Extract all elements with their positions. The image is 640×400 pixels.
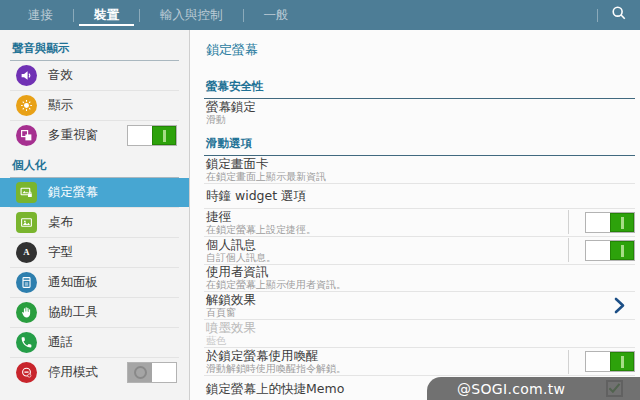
svg-text:A: A xyxy=(23,247,30,257)
tab-connections[interactable]: 連接 xyxy=(8,0,73,30)
tab-general[interactable]: 一般 xyxy=(244,0,309,30)
sidebar-item-label: 字型 xyxy=(48,244,73,261)
row-unlock-effect[interactable]: 解鎖效果百頁窗 xyxy=(204,292,635,319)
row-title: 噴墨效果 xyxy=(206,320,635,335)
row-personal-message-toggle[interactable] xyxy=(585,240,635,261)
sidebar-item-blocking-mode-toggle[interactable] xyxy=(127,362,177,383)
font-icon: A xyxy=(16,242,37,263)
row-texts: 解鎖效果百頁窗 xyxy=(204,292,614,319)
watermark-badge: @SOGI.com.tw xyxy=(427,377,640,400)
row-title: 鎖定畫面卡 xyxy=(206,156,635,171)
settings-window: 連接裝置輸入與控制一般 聲音與顯示音效顯示多重視窗個人化鎖定螢幕桌布A字型通知面… xyxy=(0,0,640,400)
row-ink-effect: 噴墨效果藍色 xyxy=(204,320,635,347)
sidebar-item-multi-window-toggle[interactable] xyxy=(127,125,177,146)
row-title: 於鎖定螢幕使用喚醒 xyxy=(206,348,568,363)
row-subtitle: 在鎖定畫面上顯示最新資訊 xyxy=(206,171,635,183)
row-texts: 於鎖定螢幕使用喚醒滑動解鎖時使用喚醒指令解鎖。 xyxy=(204,348,568,375)
sidebar-item-notification[interactable]: 通知面板 xyxy=(0,268,189,297)
settings-sidebar: 聲音與顯示音效顯示多重視窗個人化鎖定螢幕桌布A字型通知面板協助工具通話停用模式 xyxy=(0,30,190,400)
toggle-divider xyxy=(568,350,569,374)
section-header: 螢幕安全性 xyxy=(204,75,635,99)
sidebar-item-wallpaper[interactable]: 桌布 xyxy=(0,208,189,237)
settings-detail-panel: 鎖定螢幕 螢幕安全性螢幕鎖定滑動滑動選項鎖定畫面卡在鎖定畫面上顯示最新資訊時鐘 … xyxy=(190,30,640,400)
sidebar-item-blocking-mode[interactable]: 停用模式 xyxy=(0,358,189,387)
chevron-right-icon xyxy=(614,297,625,314)
row-shortcuts-toggle[interactable] xyxy=(585,212,635,233)
search-area xyxy=(597,0,640,30)
sidebar-item-accessibility[interactable]: 協助工具 xyxy=(0,298,189,327)
row-clock-widget-options[interactable]: 時鐘 widget 選項 xyxy=(204,184,635,208)
search-button[interactable] xyxy=(598,0,640,30)
wallpaper-icon xyxy=(16,212,37,233)
tab-label: 一般 xyxy=(264,7,289,24)
row-subtitle: 自訂個人訊息。 xyxy=(206,252,568,264)
row-title: 捷徑 xyxy=(206,209,568,224)
watermark-text: @SOGI.com.tw xyxy=(457,381,565,397)
row-personal-message[interactable]: 個人訊息自訂個人訊息。 xyxy=(204,237,635,264)
row-texts: 噴墨效果藍色 xyxy=(204,320,635,347)
row-title: 螢幕鎖定 xyxy=(206,99,635,114)
toggle-off-half xyxy=(128,126,152,145)
toggle-on-half xyxy=(610,241,634,260)
toggle-off-half xyxy=(586,352,610,371)
search-icon xyxy=(611,5,627,25)
sidebar-item-display[interactable]: 顯示 xyxy=(0,91,189,120)
blocking-mode-icon xyxy=(16,362,37,383)
row-title: 使用者資訊 xyxy=(206,264,635,279)
sidebar-item-label: 鎖定螢幕 xyxy=(48,184,98,201)
row-title: 解鎖效果 xyxy=(206,292,614,307)
notification-panel-icon xyxy=(16,272,37,293)
toggle-divider xyxy=(568,210,569,234)
row-subtitle: 在鎖定螢幕上顯示使用者資訊。 xyxy=(206,279,635,291)
row-wake-up-lock-screen-toggle[interactable] xyxy=(585,351,635,372)
page-title: 鎖定螢幕 xyxy=(204,34,635,69)
sidebar-item-call[interactable]: 通話 xyxy=(0,328,189,357)
sidebar-item-lock-screen[interactable]: 鎖定螢幕 xyxy=(0,178,189,207)
toggle-off-half xyxy=(586,213,610,232)
tab-device[interactable]: 裝置 xyxy=(74,0,139,30)
row-subtitle: 百頁窗 xyxy=(206,307,614,319)
sidebar-item-multi-window[interactable]: 多重視窗 xyxy=(0,121,189,150)
tab-label: 輸入與控制 xyxy=(160,7,223,24)
row-texts: 使用者資訊在鎖定螢幕上顯示使用者資訊。 xyxy=(204,264,635,291)
toggle-divider xyxy=(568,238,569,262)
sidebar-section-header: 個人化 xyxy=(10,155,179,178)
toggle-on-half xyxy=(152,126,176,145)
sidebar-item-font[interactable]: A字型 xyxy=(0,238,189,267)
tab-label: 裝置 xyxy=(94,7,119,24)
row-title: 個人訊息 xyxy=(206,237,568,252)
tab-input-control[interactable]: 輸入與控制 xyxy=(140,0,243,30)
lock-screen-icon xyxy=(16,182,37,203)
row-subtitle: 在鎖定螢幕上設定捷徑。 xyxy=(206,224,568,236)
main-area: 聲音與顯示音效顯示多重視窗個人化鎖定螢幕桌布A字型通知面板協助工具通話停用模式 … xyxy=(0,30,640,400)
row-texts: 捷徑在鎖定螢幕上設定捷徑。 xyxy=(204,209,568,236)
row-subtitle: 藍色 xyxy=(206,335,635,347)
row-lock-screen-card[interactable]: 鎖定畫面卡在鎖定畫面上顯示最新資訊 xyxy=(204,156,635,183)
sidebar-item-label: 通話 xyxy=(48,334,73,351)
sidebar-item-label: 音效 xyxy=(48,67,73,84)
row-wake-up-lock-screen[interactable]: 於鎖定螢幕使用喚醒滑動解鎖時使用喚醒指令解鎖。 xyxy=(204,348,635,375)
speaker-icon xyxy=(16,65,37,86)
top-tab-bar: 連接裝置輸入與控制一般 xyxy=(0,0,640,30)
sidebar-section-header: 聲音與顯示 xyxy=(10,38,179,61)
toggle-on-half xyxy=(610,213,634,232)
accessibility-icon xyxy=(16,302,37,323)
row-screen-lock[interactable]: 螢幕鎖定滑動 xyxy=(204,99,635,126)
row-subtitle: 滑動解鎖時使用喚醒指令解鎖。 xyxy=(206,363,568,375)
brightness-icon xyxy=(16,95,37,116)
row-texts: 鎖定畫面卡在鎖定畫面上顯示最新資訊 xyxy=(204,156,635,183)
row-owner-information[interactable]: 使用者資訊在鎖定螢幕上顯示使用者資訊。 xyxy=(204,265,635,292)
row-shortcuts[interactable]: 捷徑在鎖定螢幕上設定捷徑。 xyxy=(204,209,635,236)
sidebar-item-label: 通知面板 xyxy=(48,274,98,291)
toggle-off-half xyxy=(128,363,152,382)
section-header: 滑動選項 xyxy=(204,132,635,156)
sidebar-item-label: 停用模式 xyxy=(48,364,98,381)
sidebar-item-label: 顯示 xyxy=(48,97,73,114)
toggle-on-half xyxy=(610,352,634,371)
sidebar-item-label: 桌布 xyxy=(48,214,73,231)
tab-strip: 連接裝置輸入與控制一般 xyxy=(8,0,309,30)
sidebar-item-sound[interactable]: 音效 xyxy=(0,61,189,90)
sidebar-item-label: 多重視窗 xyxy=(48,127,98,144)
multi-window-icon xyxy=(16,125,37,146)
toggle-off-half xyxy=(586,241,610,260)
